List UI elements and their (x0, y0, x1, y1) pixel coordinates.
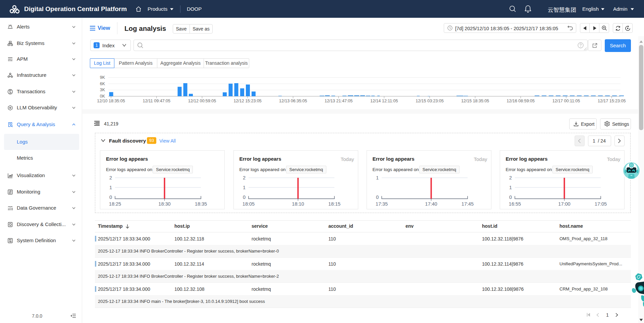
svg-text:0: 0 (243, 195, 245, 200)
svg-text:17:05: 17:05 (594, 201, 606, 207)
svg-text:18:05: 18:05 (242, 201, 254, 207)
svg-text:2: 2 (509, 175, 512, 180)
svg-text:18:35: 18:35 (195, 201, 207, 207)
svg-text:12/11 09:47:05: 12/11 09:47:05 (143, 99, 170, 103)
svg-text:0: 0 (109, 195, 112, 200)
svg-text:18:25: 18:25 (109, 201, 121, 207)
svg-text:12/12 00:59:05: 12/12 00:59:05 (188, 99, 216, 103)
svg-text:1: 1 (243, 185, 245, 190)
svg-text:12/12 15:23:05: 12/12 15:23:05 (233, 99, 261, 103)
svg-text:1: 1 (509, 185, 512, 190)
svg-text:12/10 18:35:05: 12/10 18:35:05 (97, 99, 125, 103)
svg-text:16:55: 16:55 (508, 201, 521, 207)
svg-text:2: 2 (109, 175, 112, 180)
svg-text:12/17 00:11:05: 12/17 00:11:05 (552, 99, 580, 103)
svg-text:18:15: 18:15 (328, 201, 340, 207)
svg-text:12/15 03:23:05: 12/15 03:23:05 (416, 99, 443, 103)
svg-text:17:00: 17:00 (558, 201, 570, 207)
svg-text:17:45: 17:45 (461, 201, 473, 207)
svg-text:0: 0 (376, 195, 378, 200)
svg-text:17:35: 17:35 (375, 201, 387, 207)
svg-text:1: 1 (109, 185, 112, 190)
svg-text:2: 2 (243, 175, 245, 180)
svg-text:18:10: 18:10 (292, 201, 304, 207)
svg-text:12/17 15:23:05: 12/17 15:23:05 (598, 99, 626, 103)
svg-text:0K: 0K (100, 94, 105, 99)
svg-text:12/13 21:47:05: 12/13 21:47:05 (325, 99, 353, 103)
svg-text:0: 0 (509, 195, 512, 200)
svg-text:3K: 3K (100, 88, 105, 92)
svg-text:18:30: 18:30 (158, 201, 170, 207)
svg-text:12/15 18:35:05: 12/15 18:35:05 (461, 99, 489, 103)
svg-text:12/16 08:59:05: 12/16 08:59:05 (507, 99, 535, 103)
svg-text:12/13 06:35:05: 12/13 06:35:05 (279, 99, 307, 103)
svg-text:1: 1 (376, 175, 378, 180)
svg-text:6K: 6K (100, 82, 105, 86)
svg-text:17:40: 17:40 (425, 201, 437, 207)
svg-text:9K: 9K (100, 75, 105, 80)
svg-text:12/14 12:11:05: 12/14 12:11:05 (370, 99, 398, 103)
